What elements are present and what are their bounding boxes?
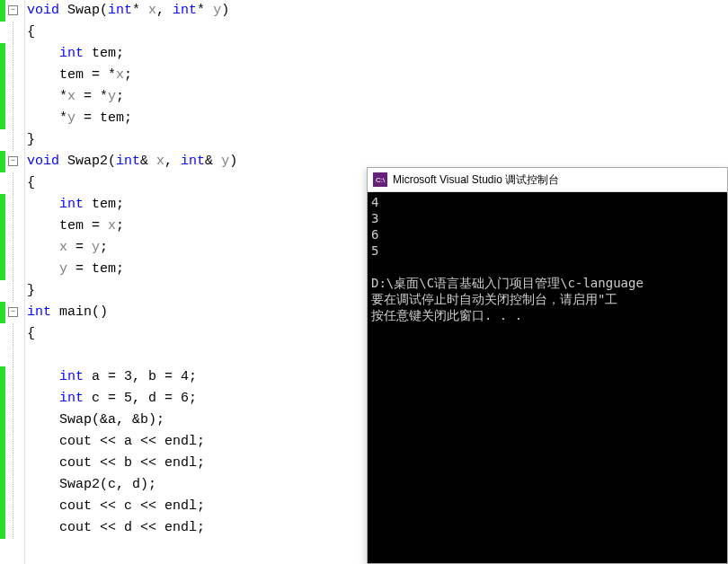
code-token: a = 3, b = 4;	[84, 366, 197, 388]
fold-guide	[13, 496, 22, 517]
fold-guide	[13, 237, 22, 259]
fold-gutter-cell[interactable]	[5, 259, 24, 280]
code-token: void	[27, 151, 59, 172]
fold-guide	[13, 366, 22, 388]
fold-guide	[13, 108, 22, 129]
code-line[interactable]: *y = tem;	[27, 108, 728, 129]
fold-guide	[13, 43, 22, 65]
fold-gutter-cell[interactable]	[5, 129, 24, 151]
fold-guide	[13, 194, 22, 216]
code-token: y	[221, 151, 229, 172]
fold-gutter-cell[interactable]	[5, 431, 24, 453]
console-output[interactable]: 4 3 6 5 D:\桌面\C语言基础入门项目管理\c-language 要在调…	[368, 192, 727, 563]
fold-gutter-cell[interactable]	[5, 43, 24, 65]
fold-gutter-cell[interactable]: −	[5, 0, 24, 22]
code-token: tem = *	[27, 65, 116, 86]
fold-gutter-cell[interactable]	[5, 388, 24, 410]
code-token: {	[27, 323, 35, 345]
code-token: main()	[51, 302, 108, 323]
fold-gutter-cell[interactable]	[5, 366, 24, 388]
code-token: cout << d << endl;	[27, 517, 205, 539]
fold-gutter-cell[interactable]	[5, 194, 24, 216]
code-token: y	[108, 86, 116, 108]
fold-guide	[13, 431, 22, 453]
code-token: ;	[100, 237, 108, 259]
fold-gutter-cell[interactable]	[5, 410, 24, 431]
code-token: int	[173, 0, 197, 22]
code-token: int	[59, 43, 84, 65]
fold-gutter-cell[interactable]: −	[5, 151, 24, 172]
fold-guide	[13, 172, 22, 194]
code-token: x	[116, 65, 124, 86]
fold-toggle-icon[interactable]: −	[8, 5, 18, 15]
code-line[interactable]: int tem;	[27, 43, 728, 65]
code-line[interactable]: tem = *x;	[27, 65, 728, 86]
code-token: x	[67, 86, 75, 108]
fold-guide	[13, 323, 22, 345]
code-token	[27, 366, 59, 388]
code-line[interactable]: *x = *y;	[27, 86, 728, 108]
fold-guide	[13, 216, 22, 237]
code-token: = *	[75, 86, 108, 108]
fold-gutter-cell[interactable]	[5, 237, 24, 259]
fold-guide	[13, 280, 22, 302]
code-token: int	[59, 388, 84, 410]
code-token: x	[108, 216, 116, 237]
fold-gutter-cell[interactable]	[5, 453, 24, 474]
console-titlebar[interactable]: C:\ Microsoft Visual Studio 调试控制台	[368, 168, 727, 192]
code-token	[27, 194, 59, 216]
code-token: int	[181, 151, 205, 172]
fold-gutter-cell[interactable]	[5, 323, 24, 345]
code-token: }	[27, 280, 35, 302]
fold-toggle-icon[interactable]: −	[8, 156, 18, 166]
fold-guide	[13, 65, 22, 86]
fold-gutter-cell[interactable]	[5, 280, 24, 302]
code-token: int	[59, 194, 84, 216]
code-token: &	[205, 151, 221, 172]
code-token: int	[59, 366, 84, 388]
code-token: c = 5, d = 6;	[84, 388, 197, 410]
fold-gutter-cell[interactable]	[5, 474, 24, 496]
fold-gutter-cell[interactable]	[5, 517, 24, 539]
fold-guide	[13, 345, 22, 366]
fold-gutter-cell[interactable]	[5, 216, 24, 237]
code-line[interactable]: {	[27, 22, 728, 43]
code-token: cout << b << endl;	[27, 453, 205, 474]
fold-gutter-cell[interactable]	[5, 22, 24, 43]
code-token: Swap2(	[59, 151, 116, 172]
code-token: *	[27, 86, 67, 108]
code-token: x	[148, 0, 156, 22]
debug-console-window[interactable]: C:\ Microsoft Visual Studio 调试控制台 4 3 6 …	[367, 167, 728, 564]
code-token: *	[27, 108, 67, 129]
code-token: ;	[116, 216, 124, 237]
fold-gutter-cell[interactable]	[5, 108, 24, 129]
code-token: y	[213, 0, 221, 22]
code-token: x	[156, 151, 164, 172]
fold-guide	[13, 86, 22, 108]
fold-guide	[13, 410, 22, 431]
code-token: int	[116, 151, 140, 172]
console-title: Microsoft Visual Studio 调试控制台	[393, 172, 559, 188]
fold-guide	[13, 474, 22, 496]
fold-guide	[13, 259, 22, 280]
code-token: void	[27, 0, 59, 22]
fold-gutter-cell[interactable]	[5, 172, 24, 194]
fold-guide	[13, 453, 22, 474]
fold-gutter-cell[interactable]	[5, 86, 24, 108]
code-token	[27, 43, 59, 65]
code-token: cout << c << endl;	[27, 496, 205, 517]
fold-toggle-icon[interactable]: −	[8, 307, 18, 317]
fold-gutter-cell[interactable]	[5, 345, 24, 366]
code-line[interactable]: }	[27, 129, 728, 151]
fold-gutter[interactable]: −−−	[5, 0, 25, 564]
vs-icon: C:\	[373, 172, 387, 187]
code-token: Swap(	[59, 0, 108, 22]
code-token: y	[59, 259, 67, 280]
code-line[interactable]: void Swap(int* x, int* y)	[27, 0, 728, 22]
fold-gutter-cell[interactable]	[5, 496, 24, 517]
code-token	[27, 388, 59, 410]
fold-gutter-cell[interactable]: −	[5, 302, 24, 323]
fold-gutter-cell[interactable]	[5, 65, 24, 86]
code-token: }	[27, 129, 35, 151]
code-token: {	[27, 172, 35, 194]
